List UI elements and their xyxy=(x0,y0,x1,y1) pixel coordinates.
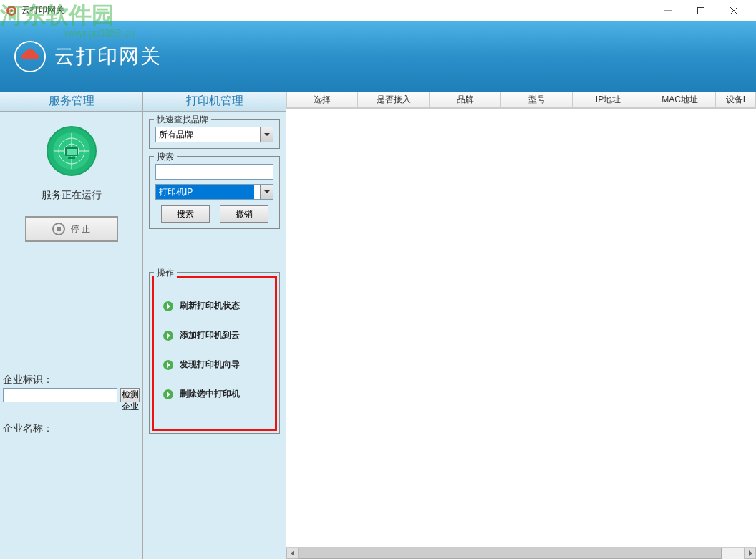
svg-rect-15 xyxy=(67,149,77,155)
th-model[interactable]: 型号 xyxy=(501,92,573,108)
op-discover-wizard[interactable]: 发现打印机向导 xyxy=(160,350,269,379)
scroll-right-arrow[interactable] xyxy=(744,548,756,559)
app-title: 云打印网关 xyxy=(54,43,162,70)
th-connected[interactable]: 是否接入 xyxy=(358,92,430,108)
undo-button[interactable]: 撤销 xyxy=(220,205,268,223)
search-type-value: 打印机IP xyxy=(156,185,254,199)
company-name-label: 企业名称： xyxy=(3,422,140,435)
app-header: 云打印网关 xyxy=(0,21,756,92)
maximize-button[interactable] xyxy=(684,0,717,21)
company-id-label: 企业标识： xyxy=(3,374,140,387)
sidebar-printer: 打印机管理 快速查找品牌 所有品牌 搜索 打印机IP 搜索 撤销 操作 xyxy=(143,92,286,559)
scroll-thumb[interactable] xyxy=(299,548,722,559)
scroll-left-arrow[interactable] xyxy=(286,548,299,559)
tab-service-management[interactable]: 服务管理 xyxy=(0,92,142,112)
op-label: 删除选中打印机 xyxy=(180,388,240,400)
horizontal-scrollbar[interactable] xyxy=(286,547,756,559)
search-button[interactable]: 搜索 xyxy=(161,205,210,223)
arrow-right-circle-icon xyxy=(163,330,174,341)
cloud-print-icon xyxy=(14,41,46,72)
brand-combo-value: 所有品牌 xyxy=(159,129,193,141)
op-refresh-status[interactable]: 刷新打印机状态 xyxy=(160,291,269,321)
operations-fieldset: 操作 刷新打印机状态 添加打印机到云 xyxy=(149,272,280,434)
stop-service-button[interactable]: 停 止 xyxy=(25,216,118,242)
tab-printer-management[interactable]: 打印机管理 xyxy=(143,92,286,112)
svg-rect-16 xyxy=(68,157,75,159)
op-label: 发现打印机向导 xyxy=(180,359,240,371)
chevron-down-icon xyxy=(260,127,273,142)
table-body xyxy=(286,109,756,559)
th-brand[interactable]: 品牌 xyxy=(430,92,501,108)
window-titlebar: 云打印网关 xyxy=(0,0,756,21)
chevron-down-icon xyxy=(260,185,273,199)
th-mac[interactable]: MAC地址 xyxy=(644,92,716,108)
service-running-icon xyxy=(47,126,97,176)
search-legend: 搜索 xyxy=(154,151,177,163)
close-button[interactable] xyxy=(717,0,750,21)
detect-company-button[interactable]: 检测企业 xyxy=(120,388,140,402)
search-type-combo[interactable]: 打印机IP xyxy=(155,184,273,200)
th-select[interactable]: 选择 xyxy=(286,92,358,108)
search-fieldset: 搜索 打印机IP 搜索 撤销 xyxy=(149,156,280,229)
stop-icon xyxy=(52,223,65,235)
minimize-button[interactable] xyxy=(651,0,684,21)
arrow-right-circle-icon xyxy=(163,359,174,371)
company-id-input[interactable] xyxy=(3,388,117,402)
operations-legend: 操作 xyxy=(154,267,177,279)
window-title: 云打印网关 xyxy=(21,4,64,16)
sidebar-service: 服务管理 服务正在运行 停 止 xyxy=(0,92,143,559)
th-device[interactable]: 设备I xyxy=(716,92,756,108)
brand-combo[interactable]: 所有品牌 xyxy=(155,127,273,142)
quickfind-fieldset: 快速查找品牌 所有品牌 xyxy=(149,119,280,149)
svg-rect-4 xyxy=(698,7,704,14)
svg-point-2 xyxy=(10,9,13,12)
arrow-right-circle-icon xyxy=(163,301,174,312)
op-add-to-cloud[interactable]: 添加打印机到云 xyxy=(160,321,269,350)
scroll-track[interactable] xyxy=(299,548,744,559)
table-header-row: 选择 是否接入 品牌 型号 IP地址 MAC地址 设备I xyxy=(286,92,756,109)
arrow-right-circle-icon xyxy=(163,389,174,400)
op-label: 刷新打印机状态 xyxy=(180,300,240,312)
printer-table-area: 选择 是否接入 品牌 型号 IP地址 MAC地址 设备I xyxy=(286,92,756,559)
op-delete-selected[interactable]: 删除选中打印机 xyxy=(160,379,269,409)
operations-highlight: 刷新打印机状态 添加打印机到云 发现打印机向导 xyxy=(152,276,277,431)
th-ip[interactable]: IP地址 xyxy=(573,92,644,108)
op-label: 添加打印机到云 xyxy=(180,329,240,341)
search-input[interactable] xyxy=(155,164,273,180)
quickfind-legend: 快速查找品牌 xyxy=(154,114,211,126)
stop-button-label: 停 止 xyxy=(71,223,90,235)
app-icon xyxy=(6,5,17,16)
service-status-text: 服务正在运行 xyxy=(0,189,142,202)
